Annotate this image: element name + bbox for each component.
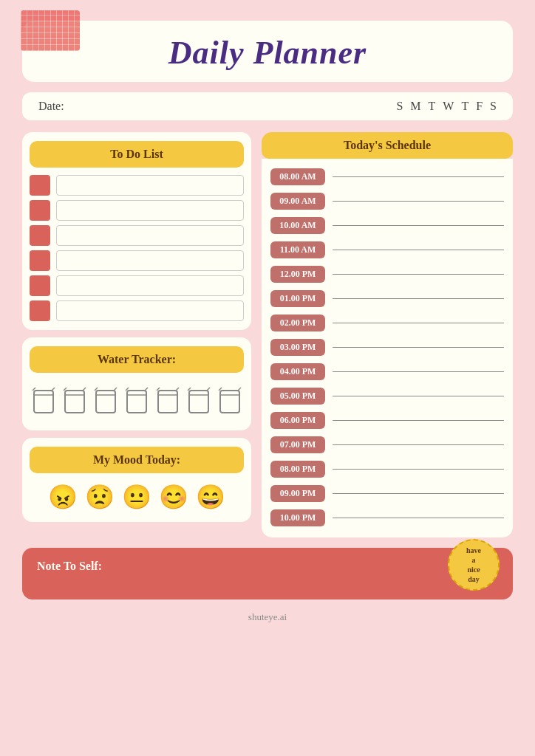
footer: shuteye.ai [22, 611, 513, 623]
todo-input-line[interactable] [56, 225, 244, 246]
schedule-row: 07.00 PM [270, 433, 504, 457]
day-m: M [410, 100, 420, 113]
time-block: 01.00 PM [270, 290, 325, 307]
mood-angry[interactable]: 😠 [48, 485, 78, 509]
time-block: 08.00 PM [270, 461, 325, 478]
todo-checkbox[interactable] [30, 200, 50, 221]
todo-checkbox[interactable] [30, 225, 50, 246]
day-t2: T [461, 100, 468, 113]
time-block: 10.00 PM [270, 509, 325, 526]
schedule-row: 05.00 PM [270, 384, 504, 408]
badge-line1: have [466, 546, 481, 555]
todo-checkbox[interactable] [30, 250, 50, 271]
date-row: Date: S M T W T F S [22, 92, 513, 120]
svg-rect-0 [34, 391, 53, 413]
todo-checkbox[interactable] [30, 275, 50, 296]
schedule-line[interactable] [333, 444, 504, 446]
time-block: 06.00 PM [270, 412, 325, 429]
time-block: 08.00 AM [270, 168, 325, 185]
todo-checkbox[interactable] [30, 300, 50, 321]
svg-line-27 [238, 388, 241, 391]
schedule-wrapper: Today's Schedule 08.00 AM 09.00 AM 10.00… [262, 132, 513, 537]
svg-line-19 [176, 388, 179, 391]
decorative-grid [21, 10, 80, 51]
todo-items [30, 175, 244, 321]
have-nice-day-badge: have a nice day [448, 539, 500, 591]
day-w: W [443, 100, 454, 113]
footer-text: shuteye.ai [248, 611, 287, 622]
todo-item [30, 300, 244, 321]
svg-line-11 [114, 388, 117, 391]
schedule-line[interactable] [333, 225, 504, 227]
water-cup[interactable] [217, 386, 242, 416]
mood-emojis: 😠 😟 😐 😊 😄 [30, 481, 244, 513]
schedule-line[interactable] [333, 518, 504, 519]
days-row: S M T W T F S [396, 100, 497, 113]
schedule-line[interactable] [333, 298, 504, 300]
mood-header: My Mood Today: [30, 447, 244, 473]
mood-sad[interactable]: 😟 [85, 485, 115, 509]
note-section: Note To Self: have a nice day [22, 548, 513, 599]
mood-happy[interactable]: 😊 [159, 485, 188, 509]
page-title: Daily Planner [168, 35, 367, 71]
title-card: Daily Planner [22, 21, 513, 82]
todo-input-line[interactable] [56, 300, 244, 321]
water-cup[interactable] [124, 386, 149, 416]
svg-rect-16 [158, 391, 177, 413]
todo-checkbox[interactable] [30, 175, 50, 196]
mood-neutral[interactable]: 😐 [122, 485, 151, 509]
time-block: 07.00 PM [270, 436, 325, 453]
schedule-line[interactable] [333, 347, 504, 348]
water-cup[interactable] [186, 386, 211, 416]
schedule-line[interactable] [333, 201, 504, 202]
todo-header: To Do List [30, 141, 244, 168]
water-cups [30, 382, 244, 422]
svg-line-23 [207, 388, 210, 391]
schedule-line[interactable] [333, 274, 504, 275]
time-block: 10.00 AM [270, 217, 325, 234]
schedule-line[interactable] [333, 469, 504, 470]
schedule-header: Today's Schedule [262, 132, 513, 159]
water-cup[interactable] [31, 386, 56, 416]
time-block: 12.00 PM [270, 266, 325, 283]
schedule-row: 10.00 AM [270, 213, 504, 238]
schedule-line[interactable] [333, 250, 504, 251]
todo-input-line[interactable] [56, 250, 244, 271]
note-label: Note To Self: [37, 560, 102, 572]
svg-rect-20 [189, 391, 208, 413]
schedule-line[interactable] [333, 176, 504, 178]
time-block: 05.00 PM [270, 388, 325, 405]
schedule-line[interactable] [333, 420, 504, 422]
mood-very-happy[interactable]: 😄 [196, 485, 225, 509]
schedule-line[interactable] [333, 323, 504, 324]
todo-input-line[interactable] [56, 175, 244, 196]
schedule-row: 09.00 AM [270, 189, 504, 213]
water-cup[interactable] [93, 386, 118, 416]
mood-section: My Mood Today: 😠 😟 😐 😊 😄 [22, 438, 251, 522]
time-block: 09.00 PM [270, 485, 325, 502]
schedule-line[interactable] [333, 493, 504, 495]
todo-item [30, 175, 244, 196]
time-block: 02.00 PM [270, 315, 325, 331]
svg-rect-4 [65, 391, 84, 413]
schedule-row: 11.00 AM [270, 238, 504, 262]
water-section: Water Tracker: [22, 337, 251, 430]
badge-line4: day [468, 574, 480, 584]
svg-rect-8 [96, 391, 115, 413]
schedule-line[interactable] [333, 371, 504, 373]
water-cup[interactable] [155, 386, 180, 416]
todo-item [30, 275, 244, 296]
todo-input-line[interactable] [56, 200, 244, 221]
schedule-row: 10.00 PM [270, 506, 504, 530]
schedule-line[interactable] [333, 396, 504, 397]
todo-input-line[interactable] [56, 275, 244, 296]
time-block: 11.00 AM [270, 241, 325, 258]
svg-line-3 [52, 388, 55, 391]
main-content: To Do List [22, 132, 513, 537]
day-s1: S [396, 100, 403, 113]
svg-line-7 [83, 388, 86, 391]
day-s2: S [490, 100, 497, 113]
svg-rect-24 [220, 391, 239, 413]
water-cup[interactable] [62, 386, 87, 416]
page: Daily Planner Date: S M T W T F S To Do … [0, 0, 535, 756]
